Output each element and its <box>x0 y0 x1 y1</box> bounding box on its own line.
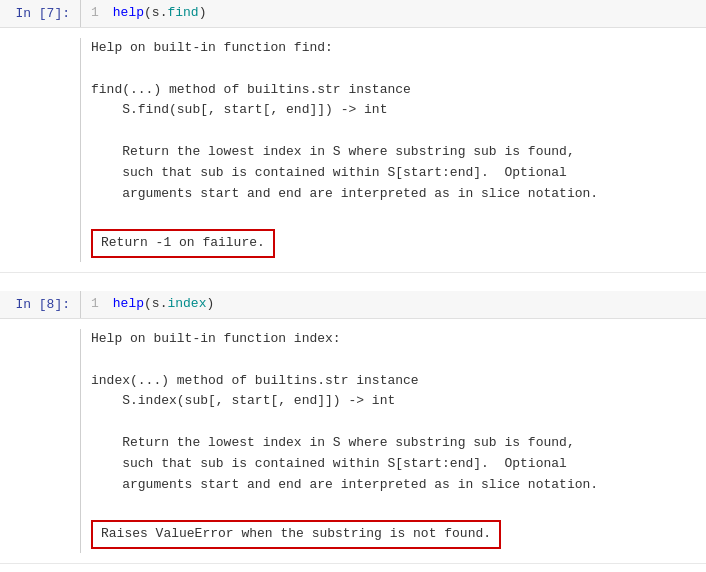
highlight-return-failure: Return -1 on failure. <box>91 229 275 258</box>
highlight-raises-valueerror: Raises ValueError when the substring is … <box>91 520 501 549</box>
cell-7-output: Help on built-in function find: find(...… <box>0 28 706 272</box>
output-line: such that sub is contained within S[star… <box>91 163 696 184</box>
output-line: S.index(sub[, start[, end]]) -> int <box>91 391 696 412</box>
output-line: Return -1 on failure. <box>91 225 696 262</box>
cell-7-output-label <box>0 38 80 262</box>
method-index: index <box>167 296 206 311</box>
cell-7-input[interactable]: In [7]: 1 help(s.find) <box>0 0 706 28</box>
output-line: find(...) method of builtins.str instanc… <box>91 80 696 101</box>
cell-7-output-content: Help on built-in function find: find(...… <box>80 38 706 262</box>
line-number-8: 1 <box>91 296 99 313</box>
keyword-help: help <box>113 5 144 20</box>
cell-7-code[interactable]: 1 help(s.find) <box>80 0 706 27</box>
cell-8-output: Help on built-in function index: index(.… <box>0 319 706 563</box>
method-find: find <box>167 5 198 20</box>
cell-7: In [7]: 1 help(s.find) Help on built-in … <box>0 0 706 273</box>
cell-7-label: In [7]: <box>0 0 80 27</box>
cell-8-output-label <box>0 329 80 553</box>
cell-8-input[interactable]: In [8]: 1 help(s.index) <box>0 291 706 319</box>
output-line: Help on built-in function index: <box>91 329 696 350</box>
cell-8-code-text: help(s.index) <box>113 296 214 313</box>
cell-8-output-content: Help on built-in function index: index(.… <box>80 329 706 553</box>
cell-7-code-text: help(s.find) <box>113 5 207 22</box>
output-line: such that sub is contained within S[star… <box>91 454 696 475</box>
cell-8-code[interactable]: 1 help(s.index) <box>80 291 706 318</box>
output-line: Return the lowest index in S where subst… <box>91 142 696 163</box>
cell-8-label: In [8]: <box>0 291 80 318</box>
cell-separator <box>0 273 706 291</box>
output-line: Raises ValueError when the substring is … <box>91 516 696 553</box>
output-line: Return the lowest index in S where subst… <box>91 433 696 454</box>
keyword-help-2: help <box>113 296 144 311</box>
cell-8: In [8]: 1 help(s.index) Help on built-in… <box>0 291 706 564</box>
output-line: arguments start and end are interpreted … <box>91 184 696 205</box>
output-line: arguments start and end are interpreted … <box>91 475 696 496</box>
line-number-7: 1 <box>91 5 99 22</box>
notebook: In [7]: 1 help(s.find) Help on built-in … <box>0 0 706 572</box>
output-line: Help on built-in function find: <box>91 38 696 59</box>
output-line: S.find(sub[, start[, end]]) -> int <box>91 100 696 121</box>
output-line: index(...) method of builtins.str instan… <box>91 371 696 392</box>
